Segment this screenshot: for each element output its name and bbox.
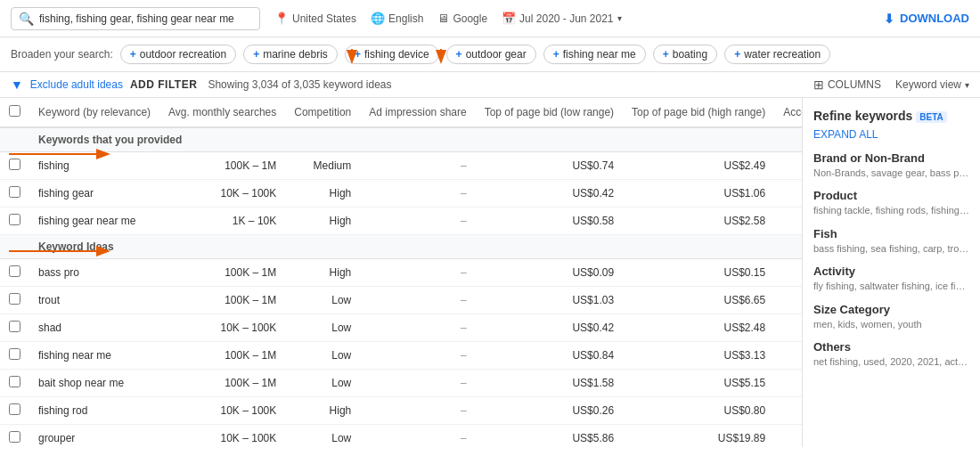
exclude-adult-button[interactable]: Exclude adult ideas [30,78,123,91]
refine-item-title[interactable]: Size Category [813,303,969,316]
row-checkbox[interactable] [9,293,20,305]
add-filter-button[interactable]: ADD FILTER [130,78,197,91]
filter-chip-label: fishing near me [563,48,636,61]
row-checkbox-cell[interactable] [0,370,29,397]
search-input[interactable] [39,12,252,25]
refine-item-title[interactable]: Others [813,340,969,354]
sidebar-item-4[interactable]: Size Category men, kids, women, youth [813,303,969,331]
funnel-icon: ▼ [11,77,23,92]
competition-cell: High [285,397,360,425]
account-status-cell [774,425,802,448]
row-checkbox-cell[interactable] [0,397,29,425]
calendar-icon: 📅 [502,12,516,25]
row-checkbox[interactable] [9,321,20,332]
ad-impression-cell: – [360,342,475,370]
sidebar-items: Brand or Non-Brand Non-Brands, savage ge… [813,151,969,369]
keyword-view-button[interactable]: Keyword view ▾ [895,78,969,91]
expand-all-button[interactable]: EXPAND ALL [813,128,969,141]
top-bar: 🔍 📍 United States 🌐 English 🖥 Google 📅 J… [0,0,980,37]
row-checkbox-cell[interactable] [0,287,29,314]
sidebar-item-3[interactable]: Activity fly fishing, saltwater fishing,… [813,265,969,293]
plus-icon: + [130,48,136,61]
filter-chip-outdoor-recreation[interactable]: + outdoor recreation [120,45,236,64]
bid-low-cell: US$1.03 [476,287,623,314]
filter-chip-boating[interactable]: + boating [653,45,717,64]
competition-cell: High [285,208,360,235]
language-selector[interactable]: 🌐 English [371,12,423,25]
row-checkbox[interactable] [9,265,20,277]
refine-item-subtitle: fly fishing, saltwater fishing, ice fish… [813,280,969,293]
sidebar-item-0[interactable]: Brand or Non-Brand Non-Brands, savage ge… [813,151,969,180]
row-checkbox[interactable] [9,186,20,198]
filter-chip-fishing-near-me[interactable]: + fishing near me [543,45,646,64]
broaden-label: Broaden your search: [11,48,113,61]
select-all-checkbox[interactable] [9,105,20,117]
filter-chip-fishing-device[interactable]: + fishing device [345,45,439,64]
row-checkbox[interactable] [9,348,20,360]
account-status-cell [774,370,802,397]
row-checkbox-cell[interactable] [0,259,29,287]
bid-high-cell: US$5.15 [623,370,774,397]
columns-label: COLUMNS [828,78,881,91]
filter-bar: Broaden your search: + outdoor recreatio… [0,37,980,72]
ad-impression-header: Ad impression share [360,98,475,127]
download-button[interactable]: ⬇ DOWNLOAD [884,12,969,26]
row-checkbox[interactable] [9,431,20,443]
competition-cell: Low [285,287,360,314]
section-provided-header: Keywords that you provided [0,127,802,152]
filter-chip-label: outdoor gear [466,48,527,61]
row-checkbox-cell[interactable] [0,208,29,235]
sidebar-item-1[interactable]: Product fishing tackle, fishing rods, fi… [813,189,969,217]
ad-impression-cell: – [360,370,475,397]
keyword-cell: fishing [29,152,159,180]
row-checkbox-cell[interactable] [0,152,29,180]
refine-item-title[interactable]: Brand or Non-Brand [813,151,969,165]
ad-impression-cell: – [360,208,475,235]
plus-icon: + [663,48,669,61]
table-row: fishing 100K – 1M Medium – US$0.74 US$2.… [0,152,802,180]
row-checkbox-cell[interactable] [0,425,29,448]
columns-button[interactable]: ⊞ COLUMNS [813,77,881,92]
select-all-header[interactable] [0,98,29,127]
row-checkbox[interactable] [9,403,20,415]
platform-selector[interactable]: 🖥 Google [437,12,487,25]
refine-item-title[interactable]: Activity [813,265,969,278]
table-row: shad 10K – 100K Low – US$0.42 US$2.48 [0,314,802,342]
search-box[interactable]: 🔍 [11,7,260,30]
keyword-cell: grouper [29,425,159,448]
language-label: English [388,12,423,25]
bid-low-cell: US$5.86 [476,425,623,448]
chevron-down-icon: ▾ [617,13,622,23]
filter-chip-water-recreation[interactable]: + water recreation [724,45,830,64]
columns-icon: ⊞ [813,77,824,92]
row-checkbox[interactable] [9,376,20,387]
avg-monthly-cell: 10K – 100K [159,425,285,448]
sidebar-item-2[interactable]: Fish bass fishing, sea fishing, carp, tr… [813,227,969,256]
date-range-selector[interactable]: 📅 Jul 2020 - Jun 2021 ▾ [502,12,621,25]
competition-cell: Low [285,370,360,397]
refine-item-title[interactable]: Fish [813,227,969,240]
sidebar-item-5[interactable]: Others net fishing, used, 2020, 2021, ac… [813,340,969,369]
table-row: fishing gear 10K – 100K High – US$0.42 U… [0,180,802,208]
account-status-cell [774,180,802,208]
bid-high-cell: US$0.15 [623,259,774,287]
showing-count: Showing 3,034 of 3,035 keyword ideas [208,78,391,91]
account-status-header: Account Status [774,98,802,127]
row-checkbox[interactable] [9,214,20,225]
keyword-cell: fishing gear near me [29,208,159,235]
refine-item-title[interactable]: Product [813,189,969,202]
location-label: United States [292,12,356,25]
filter-chip-label: marine debris [263,48,328,61]
competition-cell: High [285,259,360,287]
row-checkbox-cell[interactable] [0,180,29,208]
row-checkbox-cell[interactable] [0,314,29,342]
row-checkbox-cell[interactable] [0,342,29,370]
filter-chip-label: fishing device [364,48,429,61]
plus-icon: + [734,48,740,61]
plus-icon: + [355,48,361,61]
filter-chip-outdoor-gear[interactable]: + outdoor gear [446,45,536,64]
row-checkbox[interactable] [9,159,20,170]
filter-chip-marine-debris[interactable]: + marine debris [243,45,338,64]
location-selector[interactable]: 📍 United States [274,12,356,25]
date-range-label: Jul 2020 - Jun 2021 [519,12,613,25]
